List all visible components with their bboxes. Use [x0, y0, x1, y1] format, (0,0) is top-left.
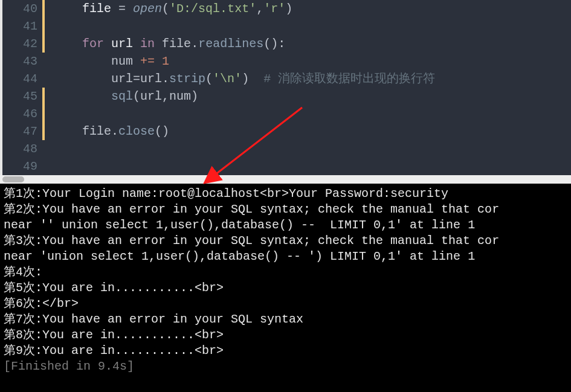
line-number: 49 [0, 158, 37, 175]
line-number: 46 [0, 105, 37, 123]
line-number: 43 [0, 53, 37, 70]
modified-line-marker [42, 123, 45, 140]
output-console[interactable]: 第1次:Your Login name:root@localhost<br>Yo… [0, 184, 571, 392]
modified-line-marker [42, 88, 45, 105]
modified-line-marker [42, 0, 45, 18]
modified-line-marker [42, 18, 45, 35]
code-line[interactable] [53, 18, 571, 35]
console-line: 第7次:You have an error in your SQL syntax [4, 312, 567, 327]
scrollbar-thumb[interactable] [2, 176, 24, 182]
line-number: 41 [0, 18, 37, 35]
line-number: 45 [0, 88, 37, 105]
line-number: 47 [0, 123, 37, 140]
line-number: 44 [0, 70, 37, 88]
code-line[interactable]: file = open('D:/sql.txt','r') [53, 0, 571, 18]
console-line: 第3次:You have an error in your SQL syntax… [4, 233, 567, 249]
code-line[interactable]: sql(url,num) [53, 88, 571, 105]
code-line[interactable] [53, 105, 571, 123]
code-line[interactable]: for url in file.readlines(): [53, 35, 571, 53]
code-line[interactable] [53, 140, 571, 158]
console-line: 第9次:You are in...........<br> [4, 343, 567, 359]
line-number: 40 [0, 0, 37, 18]
console-finished-line: [Finished in 9.4s] [4, 359, 567, 374]
code-line[interactable]: url=url.strip('\n') # 消除读取数据时出现的换行符 [53, 70, 571, 88]
console-line: 第8次:You are in...........<br> [4, 327, 567, 343]
console-line: 第4次: [4, 265, 567, 280]
code-line[interactable] [53, 158, 571, 175]
modified-line-marker [42, 35, 45, 53]
horizontal-scrollbar[interactable] [0, 175, 571, 184]
console-line: near '' union select 1,user(),database()… [4, 217, 567, 233]
code-editor[interactable]: 40414243444546474849 file = open('D:/sql… [0, 0, 571, 175]
console-line: 第5次:You are in...........<br> [4, 280, 567, 296]
line-number-gutter: 40414243444546474849 [0, 0, 46, 175]
code-area[interactable]: file = open('D:/sql.txt','r') for url in… [46, 0, 571, 175]
console-line: 第1次:Your Login name:root@localhost<br>Yo… [4, 186, 567, 202]
modified-line-marker [42, 105, 45, 123]
line-number: 42 [0, 35, 37, 53]
console-line: 第2次:You have an error in your SQL syntax… [4, 202, 567, 217]
code-line[interactable]: num += 1 [53, 53, 571, 70]
line-number: 48 [0, 140, 37, 158]
console-line: near 'union select 1,user(),database() -… [4, 249, 567, 265]
console-line: 第6次:</br> [4, 296, 567, 312]
code-line[interactable]: file.close() [53, 123, 571, 140]
